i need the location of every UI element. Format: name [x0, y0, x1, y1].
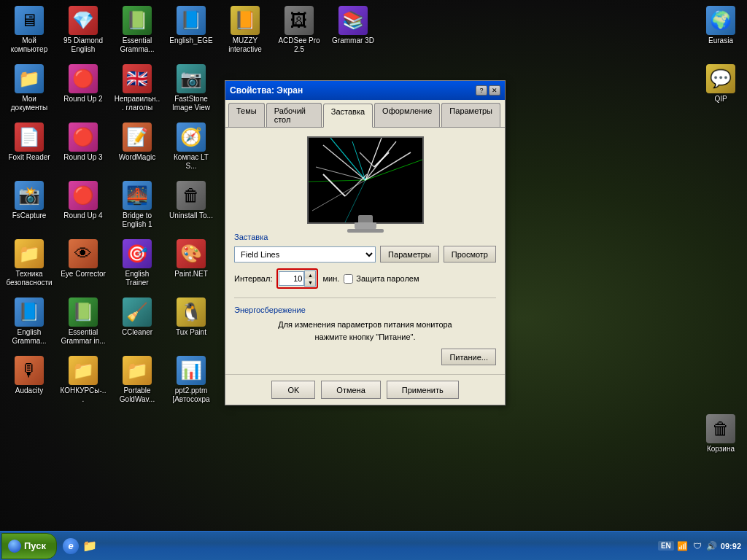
- icon-paint-net[interactable]: 🎨 Paint.NET: [165, 236, 217, 281]
- icon-round-up4[interactable]: 🔴 Round Up 4: [57, 178, 109, 223]
- icon-english-ege[interactable]: 📘 English_EGE: [165, 3, 217, 48]
- tab-screensaver[interactable]: Заставка: [323, 104, 373, 128]
- cancel-button[interactable]: Отмена: [321, 381, 380, 399]
- folder-icon[interactable]: 📁: [82, 538, 98, 554]
- icon-portable-gold[interactable]: 📁 Portable GoldWav...: [111, 353, 163, 407]
- help-button[interactable]: ?: [476, 85, 487, 96]
- ok-button[interactable]: OK: [271, 381, 315, 399]
- icon-english-grammar[interactable]: 📘 English Gramma...: [3, 295, 55, 349]
- screensaver-dropdown[interactable]: Field Lines: [234, 246, 376, 262]
- icon-label: ACDSee Pro 2.5: [276, 36, 322, 54]
- interval-input[interactable]: [279, 271, 304, 286]
- icon-faststone[interactable]: 📷 FastStone Image View: [165, 61, 217, 115]
- display-properties-dialog: Свойства: Экран ? ✕ Темы Рабочий стол За…: [225, 80, 506, 405]
- icon-img: 📙: [231, 6, 260, 35]
- icon-uninstall[interactable]: 🗑 Uninstall To...: [165, 178, 217, 223]
- preview-button[interactable]: Просмотр: [444, 246, 496, 262]
- tray-lang: EN: [658, 541, 674, 551]
- interval-label: Интервал:: [234, 274, 272, 283]
- icon-img: 📊: [177, 356, 206, 385]
- password-check: Защита паролем: [344, 274, 419, 284]
- params-button[interactable]: Параметры: [380, 246, 439, 262]
- icon-audacity[interactable]: 🎙 Audacity: [3, 353, 55, 398]
- power-btn-row: Питание...: [234, 349, 496, 365]
- icon-my-docs[interactable]: 📁 Мои документы: [3, 61, 55, 115]
- screensaver-preview: [307, 136, 424, 224]
- icon-img: 📁: [15, 64, 44, 93]
- icon-korzina[interactable]: 🗑 Корзина: [694, 411, 747, 456]
- start-label: Пуск: [24, 540, 46, 551]
- taskbar: Пуск e 📁 EN 📶 🛡 🔊 09:92: [0, 531, 747, 560]
- icon-label: English Trainer: [114, 270, 160, 287]
- icon-essential-grammar[interactable]: 📗 Essential Gramma...: [111, 3, 163, 57]
- icon-wordmagic[interactable]: 📝 WordMagic: [111, 120, 163, 165]
- close-button[interactable]: ✕: [489, 85, 500, 96]
- tab-desktop[interactable]: Рабочий стол: [266, 103, 322, 127]
- icon-label: Round Up 4: [63, 211, 102, 220]
- icon-tux-paint[interactable]: 🐧 Tux Paint: [165, 295, 217, 340]
- icon-fscapture[interactable]: 📸 FsCapture: [3, 178, 55, 223]
- icon-img: 🌍: [706, 6, 735, 35]
- icon-eye-corrector[interactable]: 👁 Eye Corrector: [57, 236, 109, 281]
- tray-sound-icon: 🔊: [706, 540, 718, 552]
- icon-label: Техника безопасности: [6, 270, 53, 287]
- tray-time: 09:92: [721, 542, 741, 551]
- icon-label: Portable GoldWav...: [114, 386, 160, 404]
- icon-diamond-english[interactable]: 💎 95 Diamond English: [57, 3, 109, 57]
- icon-ppt2[interactable]: 📊 ppt2.pptm [Автосохра: [165, 353, 217, 407]
- icon-muzzy[interactable]: 📙 MUZZY interactive: [219, 3, 271, 57]
- icon-img: 🖼: [285, 6, 314, 35]
- spinner-up[interactable]: ▲: [305, 271, 315, 279]
- tab-params[interactable]: Параметры: [441, 103, 500, 127]
- icon-technika[interactable]: 📁 Техника безопасности: [3, 236, 55, 290]
- icon-kompas[interactable]: 🧭 Компас LT S...: [165, 120, 217, 174]
- icon-my-computer[interactable]: 🖥 Мой компьютер: [3, 3, 55, 57]
- icon-grammar3d[interactable]: 📚 Grammar 3D: [327, 3, 379, 48]
- energy-text: Для изменения параметров питания монитор…: [234, 319, 496, 343]
- power-button[interactable]: Питание...: [441, 349, 496, 365]
- screensaver-controls: Field Lines Параметры Просмотр: [234, 246, 496, 262]
- spinner-down[interactable]: ▼: [305, 279, 315, 286]
- interval-unit: мин.: [322, 274, 339, 283]
- icon-acdsee[interactable]: 🖼 ACDSee Pro 2.5: [273, 3, 325, 57]
- icon-essential-grammar2[interactable]: 📗 Essential Grammar in...: [57, 295, 109, 349]
- screensaver-preview-container: [234, 136, 496, 224]
- icon-img: 💬: [706, 64, 735, 93]
- ie-icon[interactable]: e: [63, 538, 79, 554]
- icon-foxit[interactable]: 📄 Foxit Reader: [3, 120, 55, 165]
- icon-img: 📗: [123, 6, 152, 35]
- icon-konkursy[interactable]: 📁 КОНКУРСы-...: [57, 353, 109, 407]
- icon-bridge-english[interactable]: 🌉 Bridge to English 1: [111, 178, 163, 232]
- icon-label: ppt2.pptm [Автосохра: [168, 386, 214, 404]
- icon-img: 📷: [177, 64, 206, 93]
- icon-label: English_EGE: [169, 36, 212, 45]
- icon-round-up3[interactable]: 🔴 Round Up 3: [57, 120, 109, 165]
- tray-kaspersky-icon: 🛡: [692, 540, 703, 552]
- icon-label: Uninstall To...: [169, 211, 213, 220]
- icon-img: 🔴: [69, 64, 98, 93]
- icon-label: Мои документы: [6, 95, 53, 112]
- titlebar-buttons: ? ✕: [476, 85, 500, 96]
- icon-eurasia[interactable]: 🌍 Eurasia: [694, 3, 747, 48]
- icon-img: 🎨: [177, 239, 206, 268]
- tab-appearance[interactable]: Оформление: [374, 103, 440, 127]
- password-checkbox[interactable]: [344, 274, 353, 284]
- icon-nepravil[interactable]: 🇬🇧 Неправильн... глаголы: [111, 61, 163, 115]
- tray-network-icon: 📶: [677, 540, 689, 552]
- icon-img: 💎: [69, 6, 98, 35]
- icon-label: Мой компьютер: [6, 36, 53, 54]
- icon-img: 🎯: [123, 239, 152, 268]
- icon-img: 📘: [15, 298, 44, 327]
- system-tray: EN 📶 🛡 🔊 09:92: [652, 540, 747, 552]
- start-button[interactable]: Пуск: [1, 533, 57, 559]
- icon-ccleaner[interactable]: 🧹 CCleaner: [111, 295, 163, 340]
- icon-english-trainer[interactable]: 🎯 English Trainer: [111, 236, 163, 290]
- icon-qip[interactable]: 💬 QIP: [694, 61, 747, 106]
- icon-label: Essential Grammar in...: [60, 328, 107, 346]
- icon-img: 👁: [69, 239, 98, 268]
- apply-button[interactable]: Применить: [387, 381, 459, 399]
- icon-round-up2[interactable]: 🔴 Round Up 2: [57, 61, 109, 106]
- tab-themes[interactable]: Темы: [228, 103, 265, 127]
- icon-img: 🧭: [177, 122, 206, 152]
- icon-img: 🗑: [177, 181, 206, 210]
